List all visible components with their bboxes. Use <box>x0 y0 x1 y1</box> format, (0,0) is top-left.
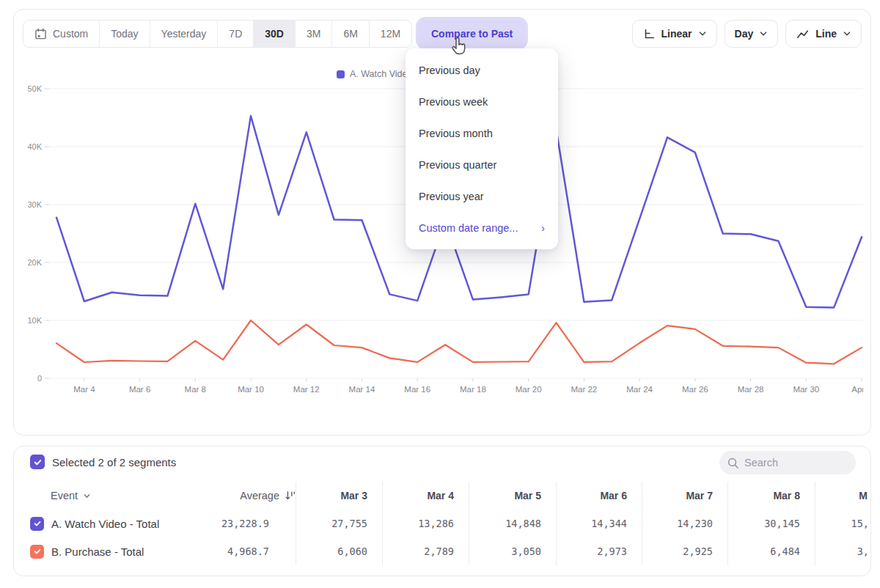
svg-text:Mar 20: Mar 20 <box>516 385 542 394</box>
preset-custom-button[interactable]: Custom <box>23 21 99 47</box>
cell-value: 4,968.7 <box>209 537 296 565</box>
chart-type-dropdown-button[interactable]: Line <box>785 20 862 48</box>
preset-12m-button[interactable]: 12M <box>369 21 411 47</box>
row-label: A. Watch Video - Total <box>51 518 159 530</box>
row-label: B. Purchase - Total <box>51 545 144 558</box>
selected-segments-label: Selected 2 of 2 segments <box>52 456 176 468</box>
cell-value: 13,286 <box>382 510 469 537</box>
cell-value: 2,973 <box>556 537 642 565</box>
menu-item-previous-month[interactable]: Previous month <box>406 117 558 149</box>
chart-toolbar: Custom Today Yesterday 7D 30D 3M 6M 12M … <box>23 20 862 48</box>
cell-value: 30,145 <box>727 510 815 537</box>
linear-axis-icon <box>642 27 656 40</box>
search-input[interactable] <box>744 457 840 468</box>
compare-to-past-menu: Previous day Previous week Previous mont… <box>406 48 558 249</box>
svg-text:Mar 4: Mar 4 <box>73 385 95 394</box>
preset-today-button[interactable]: Today <box>99 21 149 47</box>
preset-7d-button[interactable]: 7D <box>217 21 253 47</box>
svg-text:Mar 6: Mar 6 <box>129 385 150 394</box>
cell-value: 2,925 <box>642 537 727 565</box>
svg-text:Mar 14: Mar 14 <box>349 385 375 394</box>
date-range-presets: Custom Today Yesterday 7D 30D 3M 6M 12M <box>23 20 412 48</box>
column-header-mar9-clipped[interactable]: M <box>815 482 870 510</box>
column-header-mar7[interactable]: Mar 7 <box>642 482 727 510</box>
menu-item-previous-week[interactable]: Previous week <box>406 86 558 117</box>
search-box[interactable] <box>719 451 856 474</box>
cell-value: 6,060 <box>296 537 382 565</box>
cell-value: 14,848 <box>469 510 556 537</box>
svg-text:20K: 20K <box>27 258 42 267</box>
column-header-mar6[interactable]: Mar 6 <box>556 482 642 510</box>
column-header-mar8[interactable]: Mar 8 <box>727 482 815 510</box>
legend-swatch <box>337 70 345 78</box>
svg-text:Mar 24: Mar 24 <box>626 385 653 394</box>
cell-value-clipped: 3, <box>815 537 870 565</box>
menu-item-custom-date-range[interactable]: Custom date range... › <box>406 212 558 243</box>
search-icon <box>727 457 739 469</box>
svg-text:0: 0 <box>37 374 42 383</box>
column-header-mar5[interactable]: Mar 5 <box>469 482 556 510</box>
chevron-down-icon <box>83 492 91 500</box>
column-header-average[interactable]: Average <box>209 482 296 510</box>
preset-custom-label: Custom <box>53 28 88 40</box>
column-header-event[interactable]: Event <box>14 482 209 510</box>
column-header-mar3[interactable]: Mar 3 <box>296 482 382 510</box>
chevron-down-icon <box>698 29 707 38</box>
preset-yesterday-button[interactable]: Yesterday <box>150 21 218 47</box>
cell-value: 14,344 <box>556 510 642 537</box>
segments-table-card: Selected 2 of 2 segments Event Average <box>13 446 871 576</box>
menu-item-previous-quarter[interactable]: Previous quarter <box>406 149 558 180</box>
table-row-watch-video[interactable]: A. Watch Video - Total <box>14 510 209 537</box>
svg-text:30K: 30K <box>27 200 42 209</box>
chevron-down-icon <box>759 29 768 38</box>
segments-header: Selected 2 of 2 segments <box>14 446 870 479</box>
svg-text:Mar 10: Mar 10 <box>238 385 264 394</box>
cell-value: 14,230 <box>642 510 727 537</box>
cell-value: 27,755 <box>296 510 382 537</box>
scale-dropdown-button[interactable]: Linear <box>632 20 717 48</box>
svg-text:Mar 18: Mar 18 <box>460 385 486 394</box>
sort-descending-icon <box>285 490 296 501</box>
legend-item-watch-video[interactable]: A. Watch Video <box>337 69 412 79</box>
svg-text:Mar 28: Mar 28 <box>738 385 764 394</box>
select-all-checkbox[interactable] <box>30 455 45 469</box>
svg-text:Mar 30: Mar 30 <box>793 385 819 394</box>
check-icon <box>33 547 42 556</box>
chevron-right-icon: › <box>541 221 545 234</box>
svg-text:Mar 16: Mar 16 <box>404 385 430 394</box>
check-icon <box>33 519 42 528</box>
svg-text:Mar 26: Mar 26 <box>682 385 708 394</box>
cell-value: 23,228.9 <box>209 510 296 537</box>
preset-6m-button[interactable]: 6M <box>331 21 368 47</box>
svg-text:Mar 12: Mar 12 <box>293 385 320 394</box>
legend-label: A. Watch Video <box>350 69 412 79</box>
preset-30d-button[interactable]: 30D <box>253 21 295 47</box>
cell-value: 3,050 <box>469 537 556 565</box>
chevron-down-icon <box>843 29 851 38</box>
row-checkbox[interactable] <box>30 545 44 559</box>
row-checkbox[interactable] <box>30 517 44 531</box>
cell-value: 6,484 <box>727 537 815 565</box>
svg-text:Apr 1: Apr 1 <box>851 385 863 394</box>
menu-item-previous-day[interactable]: Previous day <box>406 54 558 86</box>
segments-table: Event Average Mar 3 Mar 4 Mar 5 Mar 6 Ma… <box>14 482 870 565</box>
compare-to-past-button[interactable]: Compare to Past <box>419 20 525 47</box>
mouse-cursor-pointer <box>449 37 468 60</box>
calendar-icon <box>34 28 47 40</box>
svg-text:10K: 10K <box>27 316 42 325</box>
granularity-dropdown-button[interactable]: Day <box>725 20 779 48</box>
svg-text:40K: 40K <box>27 142 42 151</box>
preset-3m-button[interactable]: 3M <box>295 21 331 47</box>
svg-text:Mar 22: Mar 22 <box>571 385 597 394</box>
line-chart-icon <box>796 27 810 41</box>
check-icon <box>33 457 43 467</box>
cell-value-clipped: 15, <box>815 510 870 537</box>
menu-item-previous-year[interactable]: Previous year <box>406 180 558 212</box>
table-row-purchase[interactable]: B. Purchase - Total <box>14 537 209 565</box>
column-header-mar4[interactable]: Mar 4 <box>382 482 469 510</box>
svg-text:Mar 8: Mar 8 <box>185 385 206 394</box>
svg-text:50K: 50K <box>27 84 42 93</box>
cell-value: 2,789 <box>382 537 469 565</box>
